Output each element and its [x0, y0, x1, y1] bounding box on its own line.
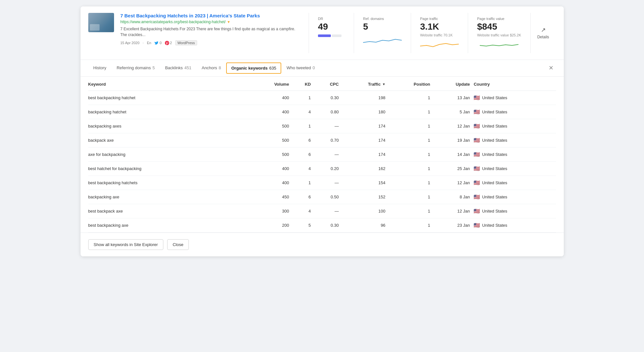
cell-kd: 1	[293, 90, 315, 105]
cell-volume: 400	[252, 90, 293, 105]
cell-cpc: 0.70	[315, 133, 343, 147]
cell-keyword: backpacking hatchet	[88, 105, 252, 119]
twitter-meta: 0	[154, 41, 161, 45]
cell-kd: 1	[293, 119, 315, 133]
flag-icon: 🇺🇸	[474, 166, 480, 172]
cell-cpc: 0.50	[315, 190, 343, 204]
cell-volume: 500	[252, 119, 293, 133]
main-container: 7 Best Backpacking Hatchets in 2023 | Am…	[81, 6, 564, 256]
cell-update: 13 Jan	[434, 90, 474, 105]
cell-volume: 500	[252, 133, 293, 147]
cell-position: 1	[389, 204, 434, 218]
page-traffic-chart	[420, 40, 459, 49]
cell-kd: 1	[293, 176, 315, 190]
cell-position: 1	[389, 133, 434, 147]
platform-badge: WordPress	[175, 40, 197, 45]
col-header-update: Update	[434, 77, 474, 91]
col-header-cpc: CPC	[315, 77, 343, 91]
cell-traffic: 100	[342, 204, 389, 218]
cell-cpc: —	[315, 204, 343, 218]
cell-keyword: backpacking axes	[88, 119, 252, 133]
cell-position: 1	[389, 90, 434, 105]
table-row: best backpacking hatchet 400 1 0.30 198 …	[88, 90, 556, 105]
cell-traffic: 174	[342, 119, 389, 133]
flag-icon: 🇺🇸	[474, 222, 480, 228]
cell-update: 19 Jan	[434, 133, 474, 147]
cell-traffic: 174	[342, 147, 389, 161]
cell-kd: 6	[293, 133, 315, 147]
details-button[interactable]: ↗ Details	[530, 13, 556, 53]
article-snippet: 7 Excellent Backpacking Hatchets For 202…	[120, 26, 302, 38]
col-header-traffic[interactable]: Traffic ▼	[342, 77, 389, 91]
keywords-section: Keyword Volume KD CPC Traffic ▼ Position…	[81, 77, 564, 233]
tab-anchors[interactable]: Anchors 8	[197, 61, 226, 75]
ref-domains-label: Ref. domains	[363, 17, 402, 21]
cell-country: 🇺🇸 United States	[474, 218, 556, 232]
cell-kd: 5	[293, 218, 315, 232]
cell-position: 1	[389, 161, 434, 176]
close-button[interactable]: Close	[167, 239, 189, 250]
dr-label: DR	[318, 17, 345, 21]
page-traffic-value-label: Page traffic value	[477, 17, 521, 21]
table-row: backpacking axe 450 6 0.50 152 1 8 Jan 🇺…	[88, 190, 556, 204]
cell-update: 12 Jan	[434, 176, 474, 190]
cell-cpc: 0.80	[315, 105, 343, 119]
cell-keyword: best hatchet for backpacking	[88, 161, 252, 176]
table-row: backpack axe 500 6 0.70 174 1 19 Jan 🇺🇸 …	[88, 133, 556, 147]
cell-volume: 300	[252, 204, 293, 218]
table-row: backpacking axes 500 1 — 174 1 12 Jan 🇺🇸…	[88, 119, 556, 133]
metrics-section: DR 49 Ref. domains 5 Page traffic 3.1K	[309, 13, 556, 53]
cell-update: 5 Jan	[434, 105, 474, 119]
cell-keyword: axe for backpacking	[88, 147, 252, 161]
flag-icon: 🇺🇸	[474, 208, 480, 214]
tab-organic-keywords[interactable]: Organic keywords 635	[226, 62, 281, 74]
article-url: https://www.americastateparks.org/best-b…	[120, 20, 302, 24]
cell-update: 12 Jan	[434, 119, 474, 133]
cell-keyword: best backpacking hatchet	[88, 90, 252, 105]
cell-country: 🇺🇸 United States	[474, 90, 556, 105]
cell-kd: 4	[293, 105, 315, 119]
cell-country: 🇺🇸 United States	[474, 119, 556, 133]
cell-position: 1	[389, 176, 434, 190]
cell-country: 🇺🇸 United States	[474, 176, 556, 190]
cell-position: 1	[389, 218, 434, 232]
tab-who-tweeted[interactable]: Who tweeted 0	[281, 61, 320, 75]
traffic-sort-icon: ▼	[382, 82, 385, 86]
cell-keyword: best backpacking hatchets	[88, 176, 252, 190]
flag-icon: 🇺🇸	[474, 180, 480, 186]
show-all-keywords-button[interactable]: Show all keywords in Site Explorer	[88, 239, 163, 250]
cell-cpc: 0.20	[315, 161, 343, 176]
ref-domains-metric: Ref. domains 5	[354, 13, 411, 53]
tab-backlinks[interactable]: Backlinks 451	[160, 61, 197, 75]
cell-update: 14 Jan	[434, 147, 474, 161]
page-traffic-sub: Website traffic 70.1K	[420, 33, 459, 37]
flag-icon: 🇺🇸	[474, 95, 480, 101]
cell-traffic: 152	[342, 190, 389, 204]
cell-kd: 4	[293, 161, 315, 176]
cell-volume: 400	[252, 105, 293, 119]
table-row: axe for backpacking 500 6 — 174 1 14 Jan…	[88, 147, 556, 161]
cell-volume: 450	[252, 190, 293, 204]
article-title[interactable]: 7 Best Backpacking Hatchets in 2023 | Am…	[120, 13, 302, 18]
cell-position: 1	[389, 190, 434, 204]
flag-icon: 🇺🇸	[474, 123, 480, 129]
cell-keyword: best backpacking axe	[88, 218, 252, 232]
cell-cpc: —	[315, 176, 343, 190]
keywords-table: Keyword Volume KD CPC Traffic ▼ Position…	[88, 77, 556, 233]
article-card: 7 Best Backpacking Hatchets in 2023 | Am…	[81, 6, 564, 60]
tab-referring-domains[interactable]: Referring domains 5	[111, 61, 160, 75]
cell-update: 8 Jan	[434, 190, 474, 204]
cell-kd: 4	[293, 204, 315, 218]
table-row: best backpacking hatchets 400 1 — 154 1 …	[88, 176, 556, 190]
cell-position: 1	[389, 105, 434, 119]
col-header-keyword: Keyword	[88, 77, 252, 91]
page-traffic-value-metric: Page traffic value $845 Website traffic …	[468, 13, 530, 53]
table-row: backpacking hatchet 400 4 0.80 180 1 5 J…	[88, 105, 556, 119]
tabs-section: History Referring domains 5 Backlinks 45…	[81, 60, 564, 77]
cell-volume: 400	[252, 161, 293, 176]
cell-kd: 6	[293, 147, 315, 161]
cell-position: 1	[389, 147, 434, 161]
tabs-close-button[interactable]: ✕	[546, 62, 556, 74]
dr-value: 49	[318, 22, 345, 32]
tab-history[interactable]: History	[88, 61, 111, 75]
